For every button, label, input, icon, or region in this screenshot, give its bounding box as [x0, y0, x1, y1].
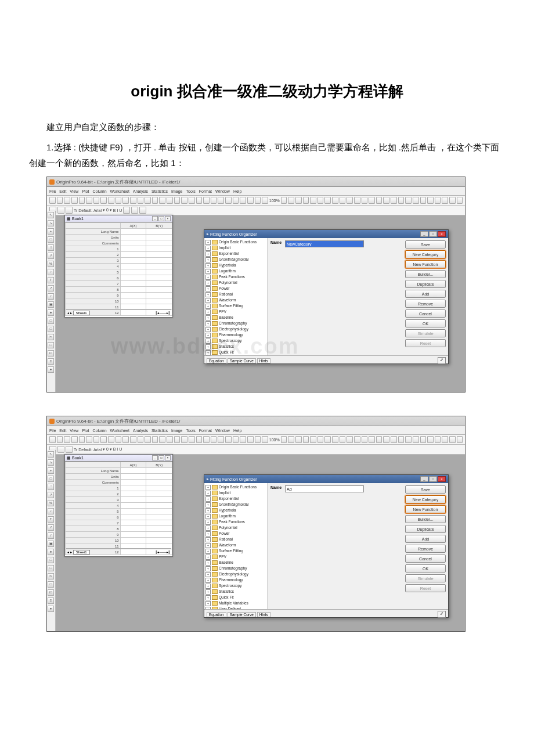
tree-item[interactable]: +Electrophysiology	[205, 571, 266, 577]
new-function-button[interactable]: New Function	[405, 505, 446, 513]
toolbar-button[interactable]	[64, 436, 70, 443]
menu-item[interactable]: Tools	[186, 189, 195, 193]
side-tool[interactable]: T	[48, 277, 54, 283]
side-tool[interactable]: /	[48, 532, 54, 539]
dialog-tabs[interactable]: Equation Sample Curve Hints ⤢	[204, 355, 448, 365]
side-tool[interactable]: T	[48, 516, 54, 523]
tab-hints[interactable]: Hints	[257, 612, 270, 617]
toolbar-button[interactable]	[376, 436, 383, 443]
tree-item[interactable]: +User Defined	[205, 606, 266, 609]
toolbar-button[interactable]	[303, 197, 309, 204]
menu-item[interactable]: Edit	[59, 429, 66, 433]
toolbar-button[interactable]	[71, 436, 78, 443]
name-input[interactable]	[285, 485, 364, 492]
menu-item[interactable]: Statistics	[151, 429, 168, 433]
menu-item[interactable]: Tools	[186, 429, 195, 433]
side-tool[interactable]: ●	[48, 606, 54, 612]
toolbar-button[interactable]	[435, 436, 441, 443]
toolbar-button[interactable]	[159, 436, 165, 443]
toolbar-button[interactable]	[130, 197, 136, 204]
max-icon[interactable]: □	[429, 476, 437, 482]
font-face[interactable]: Tr Default: Arial	[74, 448, 102, 452]
tree-item[interactable]: +Baseline	[205, 315, 266, 321]
toolbar-button[interactable]	[354, 197, 360, 204]
tb-btn[interactable]	[139, 207, 146, 214]
simulate-button[interactable]: Simulate	[405, 329, 446, 337]
cancel-button[interactable]: Cancel	[405, 309, 446, 318]
worksheet-grid[interactable]: A(X)B(Y)Long NameUnitsComments1234567891…	[65, 462, 172, 555]
toolbar-button[interactable]	[310, 436, 316, 443]
toolbar-button[interactable]	[405, 197, 412, 204]
toolbar-button[interactable]	[233, 197, 239, 204]
menu-item[interactable]: Plot	[82, 189, 89, 193]
toolbar-button[interactable]	[130, 436, 136, 443]
remove-button[interactable]: Remove	[405, 545, 446, 553]
side-tool[interactable]: /	[48, 293, 54, 300]
tb-btn[interactable]	[57, 207, 64, 214]
toolbar-button[interactable]	[442, 197, 448, 204]
builder--button[interactable]: Builder...	[405, 515, 446, 523]
side-tool[interactable]: ✂	[48, 573, 54, 579]
toolbar-button[interactable]	[332, 197, 338, 204]
menu-item[interactable]: File	[49, 429, 56, 433]
menu-item[interactable]: Worksheet	[110, 189, 129, 193]
tree-item[interactable]: +Origin Basic Functions	[205, 484, 266, 490]
toolbar-button[interactable]	[64, 197, 70, 204]
toolbar-button[interactable]	[369, 436, 375, 443]
fitting-function-organizer-dialog[interactable]: ▸ Fitting Function Organizer _□× +Origin…	[204, 229, 449, 364]
worksheet-grid[interactable]: A(X)B(Y)Long NameUnitsComments1234567891…	[65, 222, 172, 316]
pin-icon[interactable]: ⤢	[438, 357, 446, 364]
toolbar-button[interactable]	[288, 197, 294, 204]
toolbar-button[interactable]	[340, 197, 346, 204]
close-icon[interactable]: ×	[438, 476, 446, 482]
side-tool[interactable]: ♠	[48, 309, 54, 316]
toolbar-button[interactable]	[218, 197, 224, 204]
toolbar-button[interactable]	[145, 197, 151, 204]
tree-item[interactable]: +Logarithm	[205, 513, 266, 519]
category-tree[interactable]: +Origin Basic Functions+Implicit+Exponen…	[204, 238, 268, 355]
toolbar-button[interactable]	[93, 436, 100, 443]
side-tool[interactable]: ♠	[48, 549, 54, 555]
menu-item[interactable]: Window	[215, 189, 230, 193]
side-tool[interactable]: ↖	[48, 212, 54, 218]
toolbar-button[interactable]	[449, 197, 456, 204]
toolbar-button[interactable]	[145, 436, 151, 443]
sheet-tabs[interactable]: ◂ ▸Sheet1 ‖◂───▸‖	[66, 309, 171, 316]
tree-item[interactable]: +Pharmacology	[205, 577, 266, 583]
tb-btn[interactable]	[131, 207, 138, 214]
toolbar-button[interactable]	[332, 436, 338, 443]
toolbar-button[interactable]	[138, 197, 144, 204]
toolbar-button[interactable]	[108, 197, 114, 204]
toolbar-row-2[interactable]: Tr Default: Arial ▾ 0 ▾ B I U	[47, 445, 465, 455]
menu-item[interactable]: Window	[215, 429, 230, 433]
duplicate-button[interactable]: Duplicate	[405, 280, 446, 288]
tree-item[interactable]: +Chromatography	[205, 566, 266, 571]
reset-button[interactable]: Reset	[405, 584, 446, 592]
max-icon[interactable]: □	[158, 455, 164, 460]
tb-btn[interactable]	[66, 207, 73, 214]
new-category-button[interactable]: New Category	[405, 250, 446, 258]
tree-item[interactable]: +Spectroscopy	[205, 338, 266, 344]
tree-item[interactable]: +Growth/Sigmoidal	[205, 257, 266, 262]
side-tool[interactable]: ↗	[48, 492, 54, 498]
tab-hints[interactable]: Hints	[257, 358, 270, 363]
min-icon[interactable]: _	[420, 231, 428, 237]
toolbar-button[interactable]	[152, 197, 158, 204]
tree-item[interactable]: +Polynomial	[205, 525, 266, 531]
close-icon[interactable]: ×	[438, 231, 446, 237]
tree-item[interactable]: +Logarithm	[205, 268, 266, 274]
toolbar-button[interactable]	[310, 197, 316, 204]
side-tool[interactable]: ▣	[48, 541, 54, 547]
toolbar-button[interactable]	[211, 197, 217, 204]
ok-button[interactable]: OK	[405, 319, 446, 327]
toolbar-button[interactable]	[255, 197, 261, 204]
side-tool[interactable]: □	[48, 476, 54, 482]
side-tool[interactable]: ●	[48, 366, 54, 373]
toolbar-button[interactable]	[108, 436, 114, 443]
side-tool[interactable]: □	[48, 342, 54, 348]
toolbar-button[interactable]	[295, 436, 302, 443]
toolbar-button[interactable]	[281, 436, 287, 443]
side-tool[interactable]: +	[48, 467, 54, 474]
toolbar-button[interactable]	[100, 436, 107, 443]
tree-item[interactable]: +Spectroscopy	[205, 583, 266, 589]
